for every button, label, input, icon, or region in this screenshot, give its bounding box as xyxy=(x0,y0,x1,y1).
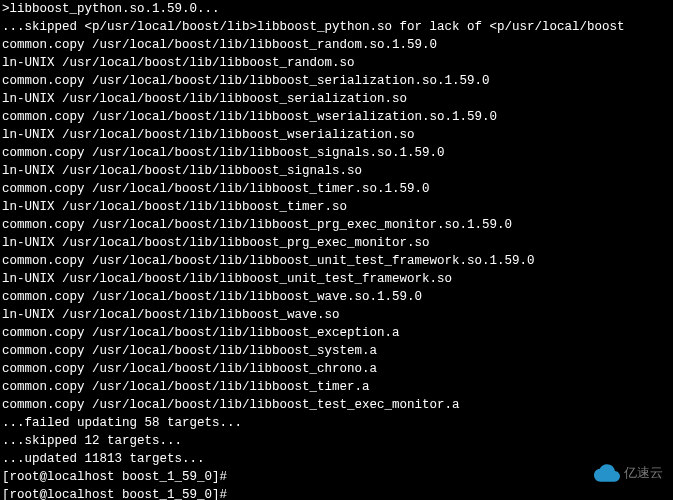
terminal-line: common.copy /usr/local/boost/lib/libboos… xyxy=(2,36,671,54)
terminal-line: common.copy /usr/local/boost/lib/libboos… xyxy=(2,72,671,90)
terminal-line: common.copy /usr/local/boost/lib/libboos… xyxy=(2,360,671,378)
terminal-line: ...skipped 12 targets... xyxy=(2,432,671,450)
terminal-line: common.copy /usr/local/boost/lib/libboos… xyxy=(2,216,671,234)
terminal-line: ln-UNIX /usr/local/boost/lib/libboost_si… xyxy=(2,162,671,180)
terminal-line: common.copy /usr/local/boost/lib/libboos… xyxy=(2,180,671,198)
terminal-line: common.copy /usr/local/boost/lib/libboos… xyxy=(2,378,671,396)
watermark-text: 亿速云 xyxy=(624,464,663,482)
terminal-line: [root@localhost boost_1_59_0]# xyxy=(2,468,671,486)
terminal-line: ...skipped <p/usr/local/boost/lib>libboo… xyxy=(2,18,671,36)
terminal-line: common.copy /usr/local/boost/lib/libboos… xyxy=(2,252,671,270)
terminal-output[interactable]: >libboost_python.so.1.59.0......skipped … xyxy=(0,0,673,500)
terminal-line: ln-UNIX /usr/local/boost/lib/libboost_ws… xyxy=(2,126,671,144)
terminal-line: common.copy /usr/local/boost/lib/libboos… xyxy=(2,342,671,360)
terminal-line: ...updated 11813 targets... xyxy=(2,450,671,468)
terminal-line: ln-UNIX /usr/local/boost/lib/libboost_se… xyxy=(2,90,671,108)
cloud-icon xyxy=(594,460,620,486)
terminal-line: ln-UNIX /usr/local/boost/lib/libboost_un… xyxy=(2,270,671,288)
watermark: 亿速云 xyxy=(594,460,663,486)
terminal-line: ln-UNIX /usr/local/boost/lib/libboost_ra… xyxy=(2,54,671,72)
terminal-line: [root@localhost boost_1_59_0]# xyxy=(2,486,671,500)
terminal-line: ln-UNIX /usr/local/boost/lib/libboost_pr… xyxy=(2,234,671,252)
terminal-line: common.copy /usr/local/boost/lib/libboos… xyxy=(2,144,671,162)
terminal-line: common.copy /usr/local/boost/lib/libboos… xyxy=(2,324,671,342)
terminal-line: ln-UNIX /usr/local/boost/lib/libboost_ti… xyxy=(2,198,671,216)
terminal-line: common.copy /usr/local/boost/lib/libboos… xyxy=(2,108,671,126)
terminal-line: common.copy /usr/local/boost/lib/libboos… xyxy=(2,396,671,414)
terminal-line: ln-UNIX /usr/local/boost/lib/libboost_wa… xyxy=(2,306,671,324)
terminal-line: common.copy /usr/local/boost/lib/libboos… xyxy=(2,288,671,306)
terminal-line: >libboost_python.so.1.59.0... xyxy=(2,0,671,18)
terminal-line: ...failed updating 58 targets... xyxy=(2,414,671,432)
